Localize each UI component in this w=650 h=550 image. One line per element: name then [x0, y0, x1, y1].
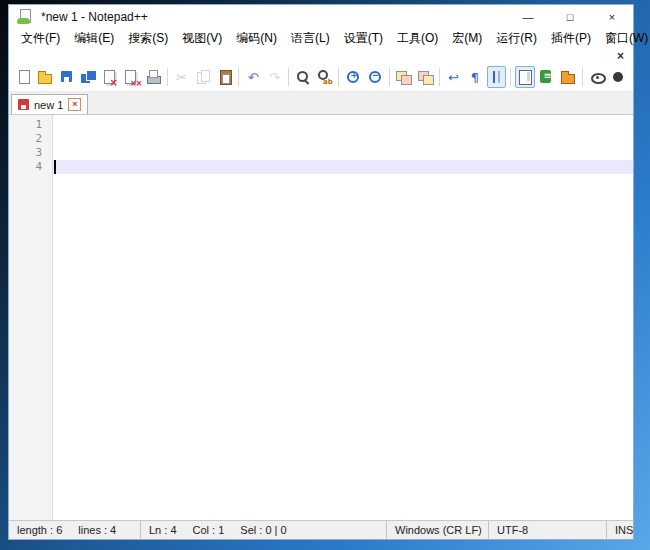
tab-bar[interactable]: new 1× — [9, 92, 633, 115]
find-icon — [295, 69, 311, 85]
print-icon — [145, 69, 161, 85]
toolbar: ✂↶↷↩¶ — [9, 63, 633, 92]
document-close-icon[interactable]: × — [617, 49, 624, 63]
tab-label: new 1 — [34, 99, 63, 111]
status-insert-mode: INS — [607, 521, 633, 539]
sync-vertical-scrolling-icon — [395, 69, 411, 85]
word-wrap-button[interactable]: ↩ — [444, 66, 464, 88]
macro-record-icon — [610, 69, 626, 85]
text-caret — [54, 160, 56, 174]
redo-button[interactable]: ↷ — [265, 66, 285, 88]
new-file-button[interactable] — [14, 66, 34, 88]
line-number-gutter: 1234 — [9, 115, 53, 520]
menu-toolbar-strip: × — [9, 49, 633, 63]
sync-horizontal-scrolling-button[interactable] — [415, 66, 435, 88]
menu-item-6[interactable]: 设置(T) — [337, 28, 390, 49]
monitoring-icon — [589, 69, 605, 85]
show-all-characters-button[interactable]: ¶ — [465, 66, 485, 88]
menu-item-3[interactable]: 视图(V) — [175, 28, 229, 49]
menu-item-8[interactable]: 宏(M) — [445, 28, 489, 49]
status-text: Sel : 0 | 0 — [240, 524, 286, 536]
toolbar-separator — [288, 68, 289, 86]
zoom-in-icon — [345, 69, 361, 85]
status-cursor-position: Ln : 4Col : 1Sel : 0 | 0 — [141, 521, 387, 539]
line-number: 3 — [9, 146, 42, 160]
tab-new-1[interactable]: new 1× — [11, 94, 88, 114]
folder-as-workspace-button[interactable] — [558, 66, 578, 88]
menu-item-2[interactable]: 搜索(S) — [121, 28, 175, 49]
indent-guide-button[interactable] — [487, 66, 507, 88]
new-file-icon — [16, 69, 32, 85]
toolbar-separator — [338, 68, 339, 86]
toolbar-separator — [582, 68, 583, 86]
open-file-icon — [37, 69, 53, 85]
replace-icon — [317, 69, 333, 85]
menu-item-5[interactable]: 语言(L) — [284, 28, 337, 49]
copy-button[interactable] — [193, 66, 213, 88]
status-text: INS — [615, 524, 633, 536]
close-all-files-button[interactable] — [122, 66, 142, 88]
save-all-icon — [80, 69, 96, 85]
save-file-icon — [59, 69, 75, 85]
menu-item-4[interactable]: 编码(N) — [229, 28, 284, 49]
current-line-highlight — [53, 160, 633, 174]
close-button[interactable]: × — [591, 5, 633, 28]
close-all-files-icon — [123, 69, 139, 85]
paste-button[interactable] — [215, 66, 235, 88]
function-list-button[interactable] — [537, 66, 557, 88]
paste-icon — [217, 69, 233, 85]
function-list-icon — [538, 69, 554, 85]
line-number: 4 — [9, 160, 42, 174]
toolbar-separator — [389, 68, 390, 86]
macro-record-button[interactable] — [608, 66, 628, 88]
status-text: length : 6 — [17, 524, 62, 536]
menu-item-1[interactable]: 编辑(E) — [67, 28, 121, 49]
toolbar-separator — [439, 68, 440, 86]
text-edit-surface[interactable] — [53, 115, 633, 520]
zoom-in-button[interactable] — [343, 66, 363, 88]
menu-item-7[interactable]: 工具(O) — [390, 28, 445, 49]
cut-button[interactable]: ✂ — [172, 66, 192, 88]
title-bar[interactable]: *new 1 - Notepad++ —□× — [9, 5, 633, 28]
maximize-button[interactable]: □ — [549, 5, 591, 28]
find-button[interactable] — [293, 66, 313, 88]
undo-button[interactable]: ↶ — [243, 66, 263, 88]
zoom-out-icon — [367, 69, 383, 85]
redo-icon: ↷ — [267, 69, 283, 85]
minimize-button[interactable]: — — [507, 5, 549, 28]
menu-item-10[interactable]: 插件(P) — [544, 28, 598, 49]
save-file-button[interactable] — [57, 66, 77, 88]
window-title: *new 1 - Notepad++ — [41, 10, 507, 24]
monitoring-button[interactable] — [587, 66, 607, 88]
copy-icon — [195, 69, 211, 85]
open-file-button[interactable] — [36, 66, 56, 88]
print-button[interactable] — [143, 66, 163, 88]
replace-button[interactable] — [315, 66, 335, 88]
status-encoding: UTF-8 — [489, 521, 607, 539]
status-doc-stats: length : 6lines : 4 — [9, 521, 141, 539]
indent-guide-icon — [488, 69, 504, 85]
close-file-button[interactable] — [100, 66, 120, 88]
unsaved-indicator-icon — [18, 99, 29, 110]
menu-item-11[interactable]: 窗口(W) — [598, 28, 650, 49]
show-all-characters-icon: ¶ — [467, 69, 483, 85]
status-bar: length : 6lines : 4Ln : 4Col : 1Sel : 0 … — [9, 520, 633, 539]
cut-icon: ✂ — [173, 69, 189, 85]
line-number: 1 — [9, 118, 42, 132]
toolbar-separator — [238, 68, 239, 86]
tab-close-icon[interactable]: × — [68, 98, 81, 111]
menu-item-0[interactable]: 文件(F) — [14, 28, 67, 49]
save-all-button[interactable] — [79, 66, 99, 88]
document-map-button[interactable] — [515, 66, 535, 88]
notepadpp-logo-icon — [17, 9, 32, 24]
status-text: Windows (CR LF) — [395, 524, 482, 536]
document-map-icon — [517, 69, 533, 85]
line-number: 2 — [9, 132, 42, 146]
menu-bar: 文件(F)编辑(E)搜索(S)视图(V)编码(N)语言(L)设置(T)工具(O)… — [9, 28, 633, 49]
toolbar-separator — [167, 68, 168, 86]
editor-area: 1234 — [9, 115, 633, 520]
sync-vertical-scrolling-button[interactable] — [394, 66, 414, 88]
close-file-icon — [102, 69, 118, 85]
menu-item-9[interactable]: 运行(R) — [489, 28, 544, 49]
zoom-out-button[interactable] — [365, 66, 385, 88]
